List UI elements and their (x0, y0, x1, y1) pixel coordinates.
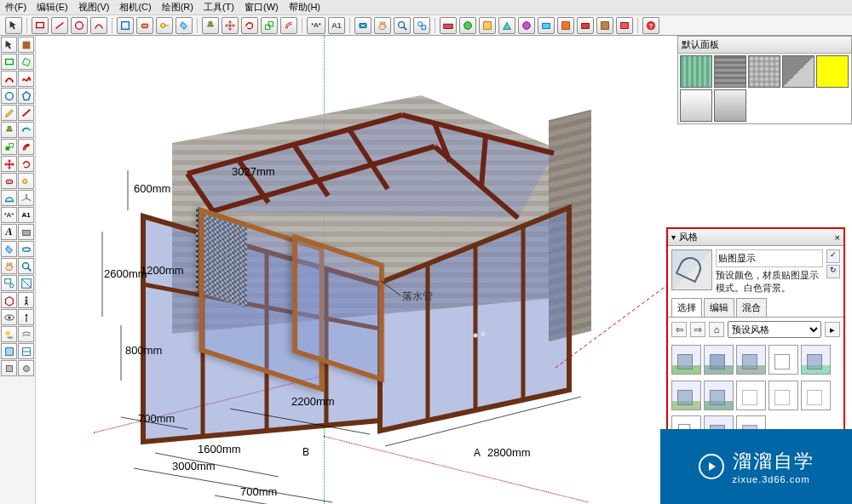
rect-tool-icon[interactable] (32, 17, 49, 34)
style-swatch[interactable] (801, 381, 831, 410)
circle-tool-icon[interactable] (71, 17, 88, 34)
push-icon[interactable] (1, 122, 17, 138)
position-icon[interactable] (18, 309, 34, 325)
3dtext-icon[interactable]: A (1, 224, 17, 240)
zoom2-icon[interactable] (18, 258, 34, 274)
close-icon[interactable]: × (835, 232, 840, 243)
arc-tool-icon[interactable] (90, 17, 107, 34)
style-apply-icon[interactable]: ✓ (826, 249, 840, 263)
menu-edit[interactable]: 编辑(E) (37, 1, 68, 14)
axes-icon[interactable] (18, 190, 34, 206)
pushpull-tool-icon[interactable] (202, 17, 219, 34)
m8-icon[interactable] (577, 17, 594, 34)
style-refresh-icon[interactable]: ↻ (826, 265, 840, 278)
line-tool-icon[interactable] (51, 17, 68, 34)
style-swatch[interactable] (671, 345, 701, 375)
mat-swatch[interactable] (680, 55, 712, 88)
style-name-field[interactable]: 贴图显示 (716, 249, 823, 267)
material-icon[interactable] (18, 37, 34, 53)
m10-icon[interactable] (616, 17, 633, 34)
rotated-rect-icon[interactable] (18, 54, 34, 70)
style-swatch[interactable] (769, 345, 798, 375)
iso-icon[interactable] (1, 292, 17, 308)
arc-icon[interactable] (1, 71, 17, 87)
style-swatch[interactable] (736, 345, 766, 375)
menu-camera[interactable]: 相机(C) (119, 1, 151, 14)
zoomext2-icon[interactable] (18, 275, 34, 291)
tape2-icon[interactable] (18, 173, 34, 189)
m1-icon[interactable] (440, 17, 457, 34)
paint-tool-icon[interactable] (176, 17, 193, 34)
orbit2-icon[interactable] (18, 241, 34, 257)
m7-icon[interactable] (557, 17, 574, 34)
move2-icon[interactable] (1, 156, 17, 172)
circle2-icon[interactable] (1, 88, 17, 104)
collapse-arrow-icon[interactable]: ▾ (671, 232, 676, 242)
styles-panel-header[interactable]: ▾ 风格 × (668, 229, 843, 246)
component-icon[interactable] (117, 17, 134, 34)
help-icon[interactable]: ? (642, 17, 659, 34)
scale-icon[interactable] (261, 17, 278, 34)
paint2-icon[interactable] (1, 241, 17, 257)
tab-select[interactable]: 选择 (671, 298, 702, 317)
mat-swatch[interactable] (714, 89, 746, 122)
pencil-icon[interactable] (1, 105, 17, 121)
tab-edit[interactable]: 编辑 (704, 298, 734, 317)
followme-icon[interactable] (18, 122, 34, 138)
tab-mix[interactable]: 混合 (736, 298, 767, 317)
m6-icon[interactable] (538, 17, 555, 34)
style-swatch[interactable] (736, 381, 766, 410)
eraser-icon[interactable] (136, 17, 153, 34)
line2-icon[interactable] (18, 105, 34, 121)
m4-icon[interactable] (498, 17, 515, 34)
mat-swatch[interactable] (714, 55, 746, 88)
m3-icon[interactable] (479, 17, 496, 34)
shadow-icon[interactable] (1, 326, 17, 342)
freehand-icon[interactable] (18, 71, 34, 87)
details-icon[interactable]: ▸ (825, 322, 840, 337)
zoomwin-icon[interactable] (1, 275, 17, 291)
xray-icon[interactable] (1, 343, 17, 359)
select-icon[interactable] (1, 37, 17, 53)
style-swatch[interactable] (801, 345, 831, 375)
pan2-icon[interactable] (1, 258, 17, 274)
menu-draw[interactable]: 绘图(R) (162, 1, 193, 14)
m9-icon[interactable] (596, 17, 613, 34)
text2-icon[interactable]: A1 (18, 207, 34, 223)
scale2-icon[interactable] (1, 139, 17, 155)
mat-swatch[interactable] (816, 55, 849, 88)
m2-icon[interactable] (459, 17, 476, 34)
mat-swatch[interactable] (748, 55, 780, 88)
menu-window[interactable]: 窗口(W) (245, 1, 279, 14)
nav-fwd-icon[interactable]: ⇨ (690, 322, 705, 337)
move-tool-icon[interactable] (222, 17, 239, 34)
look-icon[interactable] (1, 309, 17, 325)
style-swatch[interactable] (769, 381, 798, 410)
menu-help[interactable]: 帮助(H) (289, 1, 320, 14)
menu-view[interactable]: 视图(V) (78, 1, 110, 14)
menu-tools[interactable]: 工具(T) (204, 1, 234, 14)
offset2-icon[interactable] (18, 139, 34, 155)
eraser2-icon[interactable] (1, 173, 17, 189)
tape-tool-icon[interactable] (156, 17, 173, 34)
nav-back-icon[interactable]: ⇦ (671, 322, 687, 337)
fog-icon[interactable] (18, 326, 34, 342)
m5-icon[interactable] (518, 17, 535, 34)
extra1-icon[interactable] (1, 360, 17, 376)
zoom-tool-icon[interactable] (394, 17, 411, 34)
orbit-tool-icon[interactable] (354, 17, 371, 34)
pan-tool-icon[interactable] (374, 17, 391, 34)
polygon-icon[interactable] (18, 88, 34, 104)
text-tool-icon[interactable]: A1 (328, 17, 345, 34)
style-swatch[interactable] (704, 381, 734, 410)
rectangle-icon[interactable] (1, 54, 17, 70)
select-tool-icon[interactable] (5, 17, 22, 34)
section-icon[interactable] (18, 224, 34, 240)
rotate-tool-icon[interactable] (241, 17, 258, 34)
home-icon[interactable]: ⌂ (709, 322, 724, 337)
extra2-icon[interactable] (18, 360, 34, 376)
styles-icon[interactable] (18, 343, 34, 359)
dimension-tool-icon[interactable]: *A* (307, 17, 325, 34)
walk-icon[interactable] (18, 292, 34, 308)
menu-file[interactable]: 件(F) (5, 1, 26, 14)
